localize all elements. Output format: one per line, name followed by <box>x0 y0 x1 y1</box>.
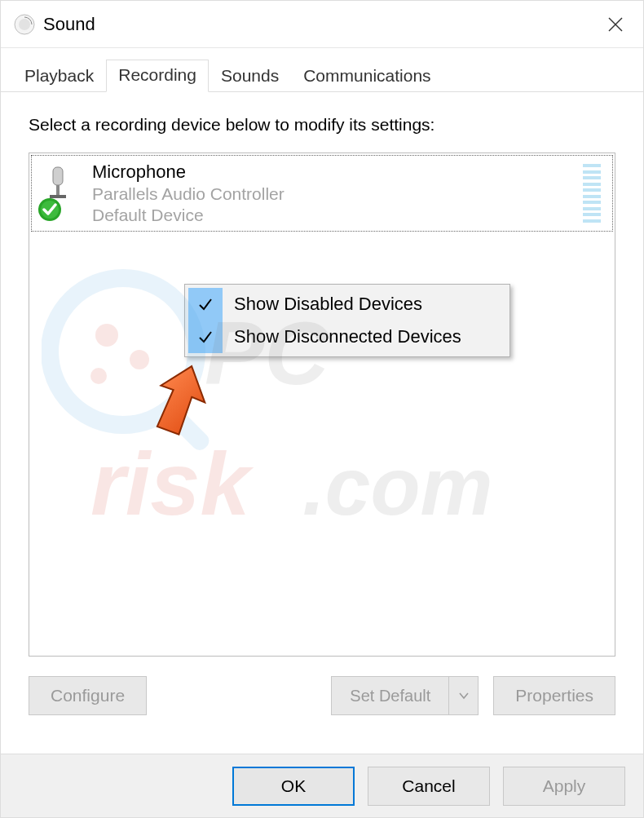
spacer <box>161 676 316 715</box>
device-name: Microphone <box>92 161 583 183</box>
menu-show-disabled-devices[interactable]: Show Disabled Devices <box>188 288 506 321</box>
set-default-splitbutton[interactable]: Set Default <box>331 676 479 715</box>
tab-communications[interactable]: Communications <box>291 60 443 92</box>
window-title: Sound <box>43 14 588 35</box>
svg-rect-6 <box>50 195 66 198</box>
sound-icon <box>14 14 35 35</box>
svg-rect-4 <box>53 167 63 185</box>
properties-button[interactable]: Properties <box>493 676 615 715</box>
titlebar: Sound <box>1 1 643 48</box>
tabstrip: Playback Recording Sounds Communications <box>1 48 643 92</box>
menu-show-disconnected-devices[interactable]: Show Disconnected Devices <box>188 321 506 353</box>
check-icon <box>188 321 223 353</box>
device-list[interactable]: Microphone Parallels Audio Controller De… <box>29 153 615 657</box>
dialog-footer: OK Cancel Apply <box>1 754 643 817</box>
device-status: Default Device <box>92 206 583 225</box>
ok-button[interactable]: OK <box>232 767 355 806</box>
tab-playback[interactable]: Playback <box>12 60 106 92</box>
cancel-button[interactable]: Cancel <box>368 767 490 806</box>
set-default-dropdown[interactable] <box>449 676 479 715</box>
tab-sounds[interactable]: Sounds <box>209 60 291 92</box>
microphone-icon <box>38 164 77 223</box>
device-buttons: Configure Set Default Properties <box>29 676 615 715</box>
set-default-button[interactable]: Set Default <box>331 676 449 715</box>
device-controller: Parallels Audio Controller <box>92 184 583 204</box>
level-meter <box>583 164 601 223</box>
check-icon <box>188 288 223 321</box>
menu-item-label: Show Disconnected Devices <box>234 326 461 347</box>
apply-button[interactable]: Apply <box>503 767 625 806</box>
svg-rect-5 <box>56 185 60 195</box>
menu-item-label: Show Disabled Devices <box>234 294 422 315</box>
device-text: Microphone Parallels Audio Controller De… <box>92 161 583 225</box>
tab-content: Select a recording device below to modif… <box>1 92 643 732</box>
tab-recording[interactable]: Recording <box>106 60 209 92</box>
context-menu: Show Disabled Devices Show Disconnected … <box>184 284 510 357</box>
instruction-text: Select a recording device below to modif… <box>29 115 615 135</box>
close-button[interactable] <box>588 1 643 48</box>
configure-button[interactable]: Configure <box>29 676 147 715</box>
device-item-microphone[interactable]: Microphone Parallels Audio Controller De… <box>31 155 613 232</box>
svg-point-1 <box>19 19 30 30</box>
